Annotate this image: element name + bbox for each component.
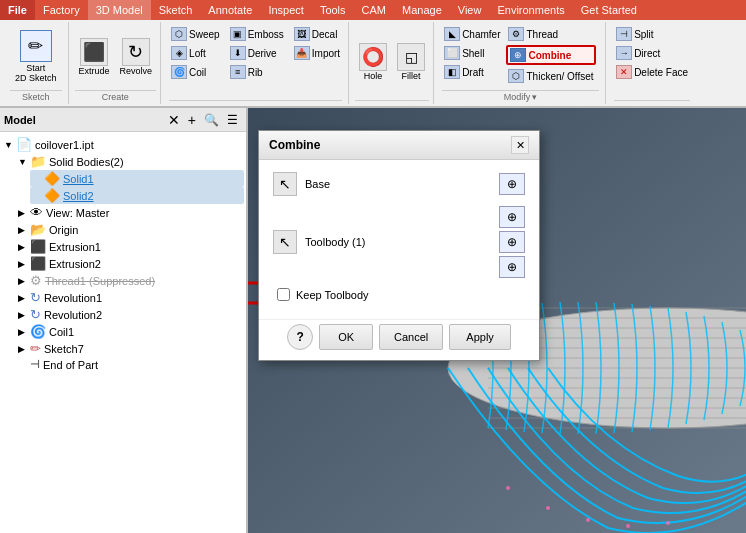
import-label: Import [312,48,340,59]
coil1-label: Coil1 [49,326,74,338]
dialog-close-btn[interactable]: ✕ [511,136,529,154]
loft-label: Loft [189,48,206,59]
panel-close-btn[interactable]: ✕ [164,112,184,128]
hole-fillet-label [355,100,429,102]
tree-item-solid2[interactable]: 🔶 Solid2 [30,187,244,204]
menu-file[interactable]: File [0,0,35,20]
toolbody-btn1[interactable]: ⊕ [499,206,525,228]
draft-btn[interactable]: ◧ Draft [442,64,502,80]
keep-toolbody-label: Keep Toolbody [296,289,369,301]
solid2-label: Solid2 [63,190,94,202]
model-tree: ▼ 📄 coilover1.ipt ▼ 📁 Solid Bodies(2) 🔶 … [0,132,246,533]
panel-search-btn[interactable]: 🔍 [200,113,223,127]
ribbon-group-create-main: ⬛ Extrude ↻ Revolve Create [71,22,162,104]
import-btn[interactable]: 📥 Import [292,45,342,61]
decal-btn[interactable]: 🖼 Decal [292,26,342,42]
menu-environments[interactable]: Environments [489,0,572,20]
tree-item-solid1[interactable]: 🔶 Solid1 [30,170,244,187]
derive-btn[interactable]: ⬇ Derive [228,45,286,61]
tree-item-view-master[interactable]: ▶ 👁 View: Master [16,204,244,221]
base-select-btn[interactable]: ↖ [273,172,297,196]
delete-face-btn[interactable]: ✕ Delete Face [614,64,690,80]
hole-label: Hole [364,71,383,81]
origin-label: Origin [49,224,78,236]
revolve-btn[interactable]: ↻ Revolve [116,36,157,78]
thread-btn[interactable]: ⚙ Thread [506,26,595,42]
panel-menu-btn[interactable]: ☰ [223,113,242,127]
delete-face-label: Delete Face [634,67,688,78]
tree-item-root[interactable]: ▼ 📄 coilover1.ipt [2,136,244,153]
toolbody-select-btn[interactable]: ↖ [273,230,297,254]
tree-item-solid-bodies[interactable]: ▼ 📁 Solid Bodies(2) [16,153,244,170]
svg-point-17 [586,518,590,522]
create-group-label: Create [75,90,157,102]
tree-item-revolution1[interactable]: ▶ ↻ Revolution1 [16,289,244,306]
menu-cam[interactable]: CAM [354,0,394,20]
tree-item-sketch7[interactable]: ▶ ✏ Sketch7 [16,340,244,357]
combine-btn[interactable]: ⊕ Combine [506,45,595,65]
extrude-btn[interactable]: ⬛ Extrude [75,36,114,78]
menu-inspect[interactable]: Inspect [260,0,311,20]
start-2d-sketch-btn[interactable]: ✏ Start2D Sketch [10,24,62,90]
panel-header: Model ✕ + 🔍 ☰ [0,108,246,132]
thicken-offset-btn[interactable]: ⬡ Thicken/ Offset [506,68,595,84]
tree-item-thread1[interactable]: ▶ ⚙ Thread1 (Suppressed) [16,272,244,289]
svg-point-16 [546,506,550,510]
extrude-label: Extrude [79,66,110,76]
split-label: Split [634,29,653,40]
base-add-btns: ⊕ [499,173,525,195]
chamfer-btn[interactable]: ◣ Chamfer [442,26,502,42]
cancel-btn[interactable]: Cancel [379,324,443,350]
tree-item-revolution2[interactable]: ▶ ↻ Revolution2 [16,306,244,323]
menu-3d-model[interactable]: 3D Model [88,0,151,20]
keep-toolbody-checkbox[interactable] [277,288,290,301]
coil-btn[interactable]: 🌀 Coil [169,64,222,80]
dialog-title: Combine [269,138,320,152]
rib-btn[interactable]: ≡ Rib [228,64,286,80]
fillet-btn[interactable]: ◱ Fillet [393,41,429,83]
combine-dialog: Combine ✕ ↖ Base ⊕ ↖ Toolbody (1) [258,130,540,361]
tree-item-origin[interactable]: ▶ 📂 Origin [16,221,244,238]
tree-item-extrusion2[interactable]: ▶ ⬛ Extrusion2 [16,255,244,272]
apply-btn[interactable]: Apply [449,324,511,350]
toolbody-btn3[interactable]: ⊕ [499,256,525,278]
view-master-label: View: Master [46,207,109,219]
base-add-btn[interactable]: ⊕ [499,173,525,195]
loft-btn[interactable]: ◈ Loft [169,45,222,61]
shell-btn[interactable]: ⬜ Shell [442,45,502,61]
panel-title: Model [4,114,164,126]
shell-label: Shell [462,48,484,59]
menu-manage[interactable]: Manage [394,0,450,20]
toolbody-btn2[interactable]: ⊕ [499,231,525,253]
tree-item-end-of-part[interactable]: ⊣ End of Part [16,357,244,372]
split-btn[interactable]: ⊣ Split [614,26,690,42]
thread1-label: Thread1 (Suppressed) [45,275,155,287]
revolution1-label: Revolution1 [44,292,102,304]
menu-get-started[interactable]: Get Started [573,0,645,20]
menu-tools[interactable]: Tools [312,0,354,20]
revolution2-label: Revolution2 [44,309,102,321]
menu-sketch[interactable]: Sketch [151,0,201,20]
draft-label: Draft [462,67,484,78]
sweep-label: Sweep [189,29,220,40]
root-label: coilover1.ipt [35,139,94,151]
emboss-btn[interactable]: ▣ Emboss [228,26,286,42]
menu-annotate[interactable]: Annotate [200,0,260,20]
rib-label: Rib [248,67,263,78]
sketch-group-label: Sketch [10,90,62,102]
sweep-btn[interactable]: ⬡ Sweep [169,26,222,42]
hole-btn[interactable]: ⭕ Hole [355,41,391,83]
tree-item-coil1[interactable]: ▶ 🌀 Coil1 [16,323,244,340]
extrusion2-label: Extrusion2 [49,258,101,270]
direct-label: Direct [634,48,660,59]
emboss-label: Emboss [248,29,284,40]
menu-view[interactable]: View [450,0,490,20]
panel-add-btn[interactable]: + [184,112,200,128]
menu-factory[interactable]: Factory [35,0,88,20]
direct-btn[interactable]: → Direct [614,45,690,61]
tree-item-extrusion1[interactable]: ▶ ⬛ Extrusion1 [16,238,244,255]
thread-label: Thread [526,29,558,40]
ok-btn[interactable]: OK [319,324,373,350]
help-btn[interactable]: ? [287,324,313,350]
model-panel: Model ✕ + 🔍 ☰ ▼ 📄 coilover1.ipt ▼ 📁 Soli… [0,108,248,533]
